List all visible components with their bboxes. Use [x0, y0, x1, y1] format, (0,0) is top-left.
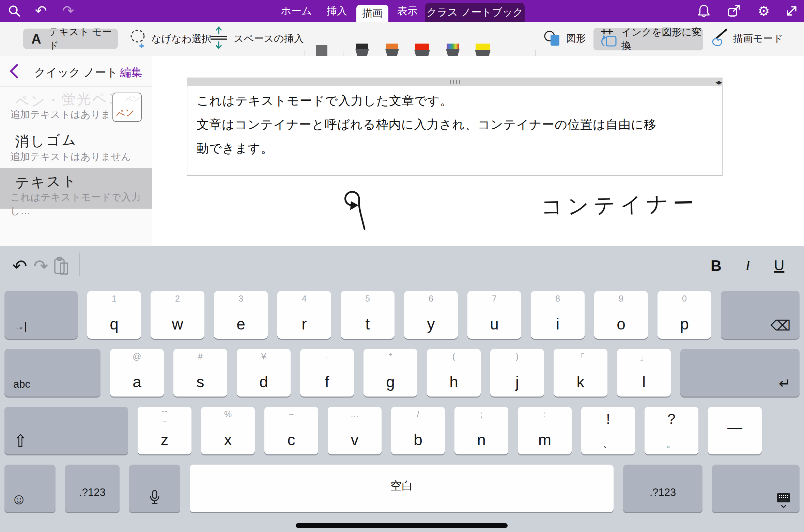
- dismiss-icon: [776, 493, 791, 511]
- key-k[interactable]: 「k: [554, 349, 607, 397]
- key-label: d: [237, 373, 291, 391]
- text-container[interactable]: ◀▶ これはテキストモードで入力した文章です。 文章はコンテイナーと呼ばれる枠内…: [187, 78, 723, 176]
- bell-icon[interactable]: [696, 3, 711, 18]
- key-x[interactable]: %x: [201, 407, 255, 454]
- key-g[interactable]: *g: [364, 349, 417, 397]
- grip-icon: [459, 80, 460, 84]
- key-label: l: [617, 373, 671, 391]
- numbers-key-right[interactable]: .?123: [623, 465, 702, 512]
- tab-draw[interactable]: 描画: [356, 5, 388, 22]
- gear-icon[interactable]: ⚙: [756, 3, 771, 18]
- backspace-key[interactable]: ⌫: [721, 291, 800, 339]
- key-label: o: [594, 315, 648, 333]
- dismiss-key[interactable]: [712, 465, 800, 512]
- note-text-line[interactable]: 動できます。: [197, 140, 273, 157]
- keyboard-accessory-bar: ↶ ↷ B I U: [0, 246, 804, 288]
- key-sublabel: 9: [594, 294, 648, 304]
- key-sublabel: :: [518, 409, 572, 419]
- key-q[interactable]: 1q: [87, 291, 141, 339]
- key-c[interactable]: ~c: [264, 407, 318, 454]
- redo-icon[interactable]: ↷: [61, 3, 76, 18]
- key-d[interactable]: ¥d: [237, 349, 291, 397]
- key-f[interactable]: -f: [300, 349, 354, 397]
- italic-button[interactable]: I: [745, 257, 750, 274]
- key-label: —: [708, 419, 762, 436]
- key-p[interactable]: 0p: [658, 291, 711, 339]
- key-label: g: [364, 373, 417, 391]
- key-sublabel: 5: [341, 294, 395, 304]
- emoji-key[interactable]: ☺: [4, 465, 56, 512]
- numbers-key-left[interactable]: .?123: [65, 465, 120, 512]
- key-a[interactable]: @a: [110, 349, 164, 397]
- note-list-item-eraser[interactable]: 消しゴム 追加テキストはありません: [0, 129, 152, 168]
- draw-mode-button[interactable]: 描画モード: [710, 29, 783, 49]
- page-canvas[interactable]: ◀▶ これはテキストモードで入力した文章です。 文章はコンテイナーと呼ばれる枠内…: [153, 56, 804, 246]
- abc-key[interactable]: abc: [4, 349, 100, 397]
- key-i[interactable]: 8i: [531, 291, 585, 339]
- resize-icon[interactable]: [784, 3, 799, 18]
- note-subtitle: 追加テキストはありません: [10, 150, 131, 164]
- key-label: abc: [13, 378, 30, 390]
- insert-space-button[interactable]: スペースの挿入: [208, 27, 304, 51]
- key-m[interactable]: :m: [518, 407, 572, 454]
- key-e[interactable]: 3e: [214, 291, 268, 339]
- key-n[interactable]: ;n: [454, 407, 508, 454]
- draw-ribbon: A テキスト モード なげなわ選択 スペースの挿入: [0, 22, 804, 56]
- key-w[interactable]: 2w: [151, 291, 204, 339]
- bold-button[interactable]: B: [711, 257, 722, 274]
- key-s[interactable]: #s: [173, 349, 227, 397]
- undo-icon[interactable]: ↶: [10, 256, 29, 276]
- key-h[interactable]: (h: [427, 349, 481, 397]
- text-mode-button[interactable]: A テキスト モード: [23, 29, 118, 49]
- undo-icon[interactable]: ↶: [33, 3, 48, 18]
- key-v[interactable]: …v: [328, 407, 382, 454]
- key-t[interactable]: 5t: [341, 291, 395, 339]
- edit-button[interactable]: 編集: [120, 65, 142, 80]
- key-o[interactable]: 9o: [594, 291, 648, 339]
- key-y[interactable]: 6y: [404, 291, 458, 339]
- key-label: q: [87, 315, 141, 333]
- home-indicator[interactable]: [296, 523, 508, 528]
- space-key[interactable]: 空白: [190, 465, 614, 512]
- key-b[interactable]: /b: [391, 407, 445, 454]
- return-key[interactable]: ↵: [680, 349, 800, 397]
- shapes-button[interactable]: 図形: [544, 29, 586, 49]
- key-j[interactable]: )j: [490, 349, 544, 397]
- key-u[interactable]: 7u: [467, 291, 521, 339]
- tab-insert[interactable]: 挿入: [319, 0, 355, 22]
- key-label: n: [454, 431, 508, 449]
- share-icon[interactable]: [726, 3, 741, 18]
- dash-key[interactable]: —: [708, 407, 762, 454]
- note-text-line[interactable]: 文章はコンテイナーと呼ばれる枠内に入力され、コンテイナーの位置は自由に移: [197, 116, 656, 133]
- exclamation-key[interactable]: !、: [581, 407, 635, 454]
- redo-icon[interactable]: ↷: [31, 256, 50, 276]
- keyboard-row: ⇧ˆˆ–z%x~c…v/b;n:m!、?。—: [0, 407, 804, 454]
- tab-key[interactable]: →|: [4, 291, 78, 339]
- key-label: m: [518, 431, 572, 449]
- shift-key[interactable]: ⇧: [4, 407, 128, 454]
- lasso-select-button[interactable]: なげなわ選択: [129, 28, 212, 50]
- ink-to-shape-button[interactable]: インクを図形に変換: [593, 28, 703, 50]
- key-l[interactable]: 」l: [617, 349, 671, 397]
- question-key[interactable]: ?。: [645, 407, 698, 454]
- key-label: .?123: [623, 486, 702, 499]
- search-icon[interactable]: [7, 3, 22, 18]
- space-key-label: 空白: [190, 478, 614, 494]
- key-r[interactable]: 4r: [277, 291, 331, 339]
- container-drag-handle[interactable]: ◀▶: [187, 78, 723, 86]
- note-list-item-text[interactable]: テキスト これはテキストモードで入力し…: [0, 168, 152, 209]
- note-text-line[interactable]: これはテキストモードで入力した文章です。: [197, 93, 453, 109]
- key-z[interactable]: ˆˆ–z: [138, 407, 191, 454]
- paste-icon[interactable]: [52, 256, 71, 276]
- tab-home[interactable]: ホーム: [277, 0, 316, 22]
- container-resize-icon[interactable]: ◀▶: [715, 79, 721, 85]
- note-list-item-pen[interactable]: ペン・蛍光ペン 追加テキストはありま… ペン ペン: [0, 87, 152, 129]
- key-label: c: [264, 431, 318, 449]
- underline-button[interactable]: U: [774, 257, 784, 274]
- key-sublabel: 」: [617, 352, 671, 363]
- divider: [79, 253, 80, 276]
- tab-view[interactable]: 表示: [392, 0, 423, 22]
- tab-class-notebook[interactable]: クラス ノートブック: [425, 3, 525, 22]
- note-title: 消しゴム: [15, 130, 78, 151]
- mic-key[interactable]: [129, 465, 180, 512]
